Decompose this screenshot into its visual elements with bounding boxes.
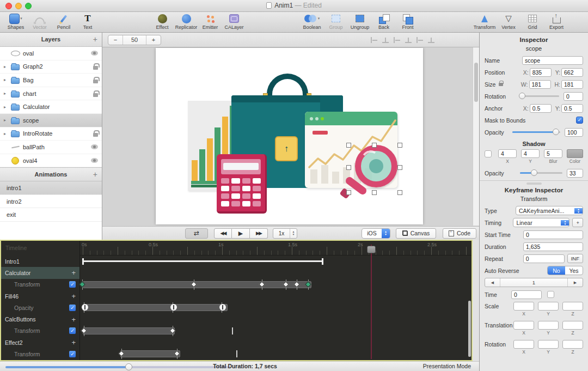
auto-reverse-no-button[interactable]: No	[548, 266, 565, 275]
rotation-x-field[interactable]	[513, 340, 534, 349]
translation-y-field[interactable]	[538, 321, 559, 330]
keyframe-bar[interactable]	[83, 327, 175, 334]
zoom-in-button[interactable]: +	[146, 35, 161, 45]
keyframe-bar[interactable]	[83, 281, 311, 288]
duration-field[interactable]: 1,635	[523, 242, 583, 251]
time-field[interactable]: 0	[511, 290, 542, 299]
align-center-horizontal-icon[interactable]	[382, 37, 389, 43]
previous-keyframe-button[interactable]: ◀	[485, 278, 500, 287]
rotation-slider[interactable]	[520, 95, 559, 97]
add-timing-button[interactable]: +	[572, 218, 583, 227]
toolbar-front-button[interactable]: Front	[396, 12, 420, 31]
zoom-out-button[interactable]: −	[108, 35, 122, 45]
toolbar-transform-button[interactable]: Transform	[473, 12, 497, 31]
align-center-vertical-icon[interactable]	[416, 37, 423, 43]
toolbar-shapes-button[interactable]: ▾Shapes	[4, 12, 28, 31]
align-bottom-icon[interactable]	[428, 37, 434, 43]
disclosure-triangle-icon[interactable]: ▸	[4, 131, 9, 136]
fast-forward-button[interactable]: ▶▶	[250, 228, 268, 239]
selection-handle[interactable]	[372, 143, 377, 148]
position-y-field[interactable]: 662	[561, 68, 583, 77]
anchor-y-field[interactable]: 0.5	[561, 104, 583, 113]
add-property-button[interactable]: +	[71, 293, 76, 300]
toolbar-grid-button[interactable]: Grid	[520, 12, 544, 31]
speed-stepper[interactable]: 1x ▲▼	[273, 228, 297, 239]
opacity-slider[interactable]	[512, 131, 560, 133]
keyframe-bar[interactable]	[83, 304, 228, 311]
timeline-lane-effect2[interactable]	[80, 337, 471, 348]
scale-y-field[interactable]	[538, 302, 559, 311]
add-layer-button[interactable]: +	[93, 33, 97, 46]
timeline-tracks[interactable]: 0s0.5s1s1.5s2s2.5s	[80, 241, 471, 360]
shadow-opacity-field[interactable]: 33	[567, 169, 583, 178]
eye-icon[interactable]	[91, 158, 98, 163]
timeline-ruler[interactable]: 0s0.5s1s1.5s2s2.5s	[80, 241, 471, 256]
disclosure-triangle-icon[interactable]: ▸	[4, 77, 9, 82]
shadow-y-field[interactable]: 4	[521, 149, 540, 158]
auto-reverse-yes-button[interactable]: Yes	[565, 266, 583, 275]
eye-icon[interactable]	[91, 51, 98, 56]
anchor-x-field[interactable]: 0.5	[530, 104, 552, 113]
calculator-graphic[interactable]	[217, 154, 267, 214]
time-option-checkbox[interactable]	[547, 291, 554, 298]
toolbar-replicator-button[interactable]: Replicator	[174, 12, 198, 31]
align-top-icon[interactable]	[405, 37, 412, 43]
timeline-track-calcbuttons[interactable]: CalcButtons+	[1, 313, 79, 325]
selection-handle[interactable]	[346, 143, 351, 148]
repeat-infinite-button[interactable]: INF	[567, 254, 583, 263]
panel-splitter[interactable]	[480, 180, 588, 187]
timeline-lane-transform[interactable]	[80, 325, 471, 337]
disclosure-triangle-icon[interactable]: ▸	[4, 64, 9, 69]
toolbar-boolean-button[interactable]: ▾Boolean	[300, 12, 324, 31]
add-animation-button[interactable]: +	[93, 168, 97, 181]
selection-handle[interactable]	[346, 165, 351, 170]
track-enabled-checkbox[interactable]: ✓	[69, 351, 76, 357]
timeline-track-opacity[interactable]: Opacity✓	[1, 302, 79, 313]
keyframe-bar[interactable]	[120, 350, 180, 357]
stepper-arrows-icon[interactable]: ▲▼	[290, 229, 297, 238]
track-enabled-checkbox[interactable]: ✓	[69, 327, 76, 334]
timeline-lane-calculator[interactable]	[80, 267, 471, 278]
timeline-track-calculator[interactable]: Calculator+	[1, 267, 79, 278]
timeline-scrollbar[interactable]	[468, 301, 471, 357]
platform-dropdown[interactable]: iOS ▲▼	[362, 228, 390, 239]
loop-button[interactable]: ⇄	[185, 228, 208, 239]
timeline-lane-intro1[interactable]	[80, 256, 471, 267]
opacity-field[interactable]: 100	[565, 128, 583, 137]
timeline-lane-fill46[interactable]	[80, 290, 471, 302]
playhead-line[interactable]	[371, 245, 372, 359]
selection-handle[interactable]	[372, 190, 377, 195]
minimize-window-button[interactable]	[15, 3, 22, 9]
lock-icon[interactable]	[93, 80, 98, 83]
toolbar-back-button[interactable]: Back	[372, 12, 396, 31]
rotation-z-field[interactable]	[562, 340, 583, 349]
rotation-y-field[interactable]	[538, 340, 559, 349]
toolbar-emitter-button[interactable]: Emitter	[198, 12, 222, 31]
shadow-blur-field[interactable]: 5	[544, 149, 562, 158]
toolbar-export-button[interactable]: Export	[544, 12, 568, 31]
disclosure-triangle-icon[interactable]: ▸	[4, 118, 9, 123]
selection-handle[interactable]	[397, 165, 402, 170]
scale-x-field[interactable]	[513, 302, 534, 311]
layer-row-Graph2[interactable]: ▸Graph2	[0, 60, 102, 74]
layer-row-oval4[interactable]: oval4	[0, 154, 102, 168]
size-lock-icon[interactable]	[499, 83, 503, 86]
start-time-field[interactable]: 0	[523, 230, 583, 239]
layer-row-ballPath[interactable]: ballPath	[0, 141, 102, 154]
lock-icon[interactable]	[93, 66, 98, 70]
shadow-enabled-checkbox[interactable]	[485, 150, 492, 157]
selection-handle[interactable]	[397, 190, 402, 195]
magnifier-graphic-selected[interactable]	[348, 145, 403, 195]
scale-z-field[interactable]	[562, 302, 583, 311]
layer-row-Bag[interactable]: ▸Bag	[0, 74, 102, 87]
toolbar-calayer-button[interactable]: CALayer	[222, 12, 246, 31]
playhead-knob[interactable]	[367, 246, 376, 253]
layer-row-chart[interactable]: ▸chart	[0, 87, 102, 101]
type-dropdown[interactable]: CAKeyframeAni... ▲▼	[516, 206, 583, 215]
lock-icon[interactable]	[93, 133, 98, 137]
size-h-field[interactable]: 181	[561, 80, 583, 89]
close-window-button[interactable]	[5, 3, 12, 9]
add-property-button[interactable]: +	[71, 316, 76, 323]
presentation-mode-button[interactable]: Presentation Mode	[423, 362, 471, 371]
position-x-field[interactable]: 835	[530, 68, 552, 77]
